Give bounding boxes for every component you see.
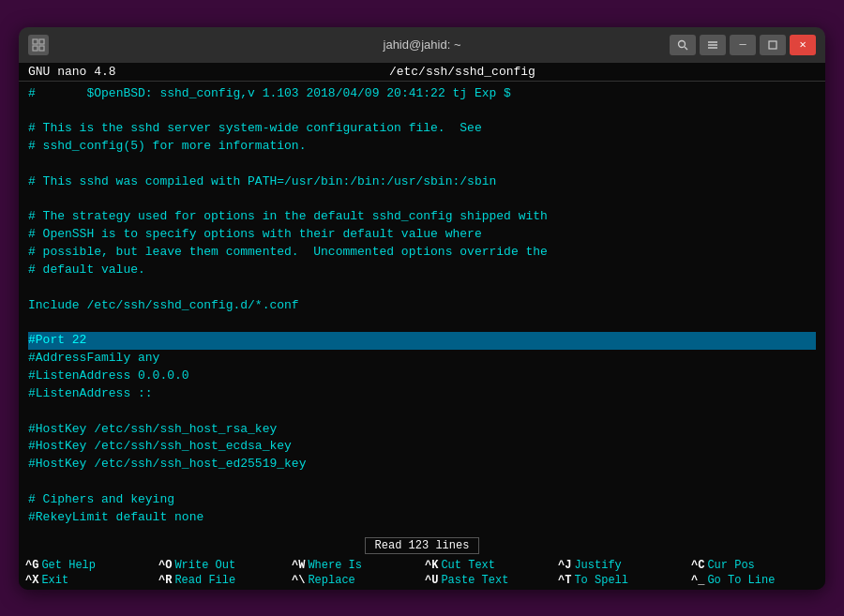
svg-point-4 (679, 40, 686, 47)
editor-line (28, 403, 816, 421)
shortcut-item: ^UPaste Text (422, 573, 555, 588)
editor-line: Include /etc/ssh/sshd_config.d/*.conf (28, 297, 816, 315)
editor-line: #HostKey /etc/ssh/ssh_host_ed25519_key (28, 456, 816, 473)
status-bar: Read 123 lines (19, 534, 825, 556)
shortcut-label: Exit (41, 574, 68, 587)
editor-line (28, 279, 816, 297)
svg-rect-9 (769, 41, 776, 49)
editor-line: # Ciphers and keying (28, 491, 816, 509)
editor-line: # This sshd was compiled with PATH=/usr/… (28, 173, 816, 191)
shortcut-label: To Spell (574, 574, 628, 587)
menu-button[interactable] (700, 35, 726, 55)
shortcut-label: Get Help (41, 559, 96, 572)
nano-shortcuts: ^GGet Help^OWrite Out^WWhere Is^KCut Tex… (19, 556, 825, 590)
editor-line: # OpenSSH is to specify options with the… (28, 226, 816, 244)
editor-line: # The strategy used for options in the d… (28, 208, 816, 226)
status-message: Read 123 lines (365, 537, 480, 554)
shortcut-key: ^G (25, 559, 38, 572)
editor-line: #HostKey /etc/ssh/ssh_host_ecdsa_key (28, 438, 816, 456)
shortcut-key: ^\ (292, 574, 305, 587)
shortcut-label: Justify (574, 559, 621, 572)
nano-editor: GNU nano 4.8 /etc/ssh/sshd_config # $Ope… (19, 63, 825, 590)
editor-line: #ListenAddress :: (28, 385, 816, 403)
shortcut-item: ^WWhere Is (289, 558, 422, 573)
search-button[interactable] (670, 35, 696, 55)
shortcut-item: ^KCut Text (422, 558, 555, 573)
shortcut-key: ^R (158, 574, 172, 587)
shortcut-key: ^J (558, 559, 571, 572)
editor-line: #AddressFamily any (28, 350, 816, 368)
shortcut-item: ^RRead File (156, 573, 289, 588)
editor-line (28, 527, 816, 534)
editor-line (28, 314, 816, 332)
shortcut-key: ^U (425, 574, 438, 587)
shortcut-label: Where Is (308, 559, 362, 572)
nano-header: GNU nano 4.8 /etc/ssh/sshd_config (19, 63, 825, 82)
shortcut-key: ^C (691, 559, 704, 572)
editor-line (28, 191, 816, 209)
editor-line (28, 156, 816, 173)
editor-line: #ListenAddress 0.0.0.0 (28, 368, 816, 385)
editor-line: #RekeyLimit default none (28, 509, 816, 527)
maximize-button[interactable] (760, 35, 786, 55)
shortcut-label: Cur Pos (707, 559, 754, 572)
svg-rect-2 (33, 46, 38, 51)
shortcut-item: ^GGet Help (23, 558, 156, 573)
editor-line (28, 473, 816, 491)
shortcut-item: ^\Replace (289, 573, 422, 588)
editor-line: # sshd_config(5) for more information. (28, 138, 816, 156)
editor-line: # $OpenBSD: sshd_config,v 1.103 2018/04/… (28, 85, 816, 103)
nano-version: GNU nano 4.8 (28, 65, 116, 79)
editor-line: # default value. (28, 262, 816, 279)
shortcut-key: ^O (158, 559, 172, 572)
shortcut-label: Write Out (174, 559, 235, 572)
editor-line: #HostKey /etc/ssh/ssh_host_rsa_key (28, 421, 816, 439)
editor-line: # This is the sshd server system-wide co… (28, 120, 816, 138)
main-window: jahid@jahid: ~ — ✕ (19, 27, 825, 590)
svg-rect-1 (39, 39, 44, 44)
editor-line (28, 102, 816, 120)
shortcut-item: ^_Go To Line (688, 573, 821, 588)
shortcut-key: ^W (292, 559, 305, 572)
shortcut-item: ^CCur Pos (688, 558, 821, 573)
window-controls: — ✕ (670, 35, 816, 55)
svg-rect-3 (39, 46, 44, 51)
editor-line: # possible, but leave them commented. Un… (28, 244, 816, 262)
titlebar: jahid@jahid: ~ — ✕ (19, 27, 825, 63)
minimize-button[interactable]: — (730, 35, 756, 55)
window-title: jahid@jahid: ~ (384, 38, 461, 52)
shortcut-key: ^T (558, 574, 571, 587)
shortcut-label: Go To Line (707, 574, 775, 587)
app-icon (28, 35, 49, 55)
shortcut-label: Replace (308, 574, 354, 587)
nano-filepath: /etc/ssh/sshd_config (389, 65, 535, 79)
svg-line-5 (685, 47, 687, 50)
shortcut-label: Cut Text (441, 559, 495, 572)
shortcut-item: ^TTo Spell (555, 573, 688, 588)
shortcut-label: Paste Text (441, 574, 508, 587)
shortcut-key: ^_ (691, 574, 704, 587)
shortcut-item: ^XExit (23, 573, 156, 588)
shortcut-key: ^K (425, 559, 438, 572)
editor-line: #Port 22 (28, 332, 816, 350)
svg-rect-0 (33, 39, 38, 44)
shortcut-key: ^X (25, 574, 38, 587)
shortcut-label: Read File (174, 574, 235, 587)
close-button[interactable]: ✕ (790, 35, 816, 55)
nano-content[interactable]: # $OpenBSD: sshd_config,v 1.103 2018/04/… (19, 82, 825, 534)
shortcut-item: ^OWrite Out (156, 558, 289, 573)
shortcut-item: ^JJustify (555, 558, 688, 573)
